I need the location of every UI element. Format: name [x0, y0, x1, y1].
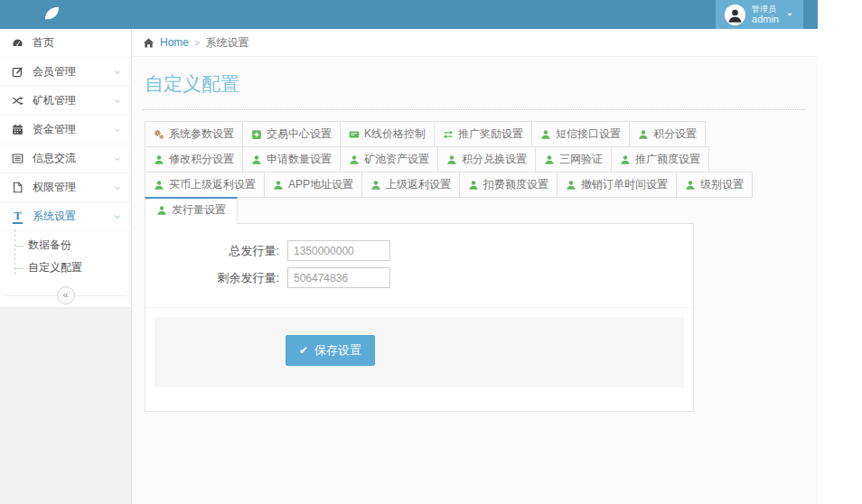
- tab[interactable]: 扣费额度设置: [459, 172, 557, 198]
- tab-label: 修改积分设置: [169, 152, 234, 167]
- sidebar-item[interactable]: 会员管理: [0, 58, 131, 87]
- sidebar-item[interactable]: 矿机管理: [0, 87, 131, 116]
- tab[interactable]: 买币上级返利设置: [145, 172, 265, 198]
- list-icon: [11, 153, 24, 164]
- form-row: 剩余发行量:: [145, 267, 693, 288]
- content: 自定义配置 系统参数设置交易中心设置K线价格控制推广奖励设置短信接口设置积分设置…: [132, 57, 818, 412]
- breadcrumb: Home > 系统设置: [132, 29, 818, 57]
- tab[interactable]: 上级返利设置: [361, 172, 460, 198]
- sidebar-item-label: 矿机管理: [33, 93, 76, 108]
- tab[interactable]: 级别设置: [676, 172, 753, 198]
- sidebar-item[interactable]: T系统设置: [0, 202, 131, 231]
- tab-label: 积分兑换设置: [462, 152, 527, 167]
- breadcrumb-current: 系统设置: [205, 35, 248, 51]
- avatar: [725, 5, 745, 25]
- tab-label: 短信接口设置: [556, 126, 621, 142]
- tab[interactable]: 三网验证: [535, 146, 612, 173]
- tab[interactable]: 积分兑换设置: [437, 146, 536, 173]
- sidebar-subitem[interactable]: 自定义配置: [0, 257, 131, 279]
- sidebar-item[interactable]: 权限管理: [0, 173, 131, 202]
- breadcrumb-separator: >: [194, 37, 200, 48]
- sidebar-item[interactable]: 资金管理: [0, 116, 131, 145]
- sidebar-item-label: 会员管理: [33, 64, 76, 79]
- tab[interactable]: 申请数量设置: [242, 146, 341, 173]
- tab[interactable]: K线价格控制: [340, 121, 435, 147]
- calendar-icon: [11, 124, 24, 135]
- tab-label: 扣费额度设置: [483, 177, 548, 192]
- layout: 首页会员管理矿机管理资金管理信息交流权限管理T系统设置 数据备份自定义配置 « …: [0, 29, 818, 504]
- sidebar-item[interactable]: 信息交流: [0, 145, 131, 173]
- field-label: 剩余发行量:: [145, 270, 287, 286]
- user-icon: [468, 180, 479, 191]
- tab-label: K线价格控制: [364, 126, 426, 142]
- chevron-down-icon: [113, 212, 122, 221]
- user-icon: [685, 180, 696, 191]
- tab[interactable]: 修改积分设置: [145, 146, 243, 173]
- pencil-icon: [11, 66, 24, 78]
- save-button[interactable]: ✔ 保存设置: [286, 335, 375, 366]
- tab[interactable]: 短信接口设置: [531, 121, 630, 147]
- sidebar: 首页会员管理矿机管理资金管理信息交流权限管理T系统设置 数据备份自定义配置 «: [0, 29, 132, 504]
- breadcrumb-home-link[interactable]: Home: [160, 36, 189, 49]
- leaf-icon: [42, 3, 61, 26]
- user-icon: [251, 154, 262, 165]
- user-icon: [638, 129, 649, 140]
- user-icon: [620, 154, 631, 165]
- text-icon: T: [11, 210, 24, 224]
- user-icon: [544, 154, 555, 165]
- tab[interactable]: 矿池资产设置: [340, 146, 438, 173]
- user-icon: [156, 205, 167, 216]
- form-row: 总发行量:: [145, 240, 693, 261]
- sidebar-item-label: 信息交流: [33, 151, 76, 166]
- topbar: 管理员 admin: [0, 0, 818, 29]
- tab-active[interactable]: 发行量设置: [145, 197, 238, 224]
- sidebar-menu: 首页会员管理矿机管理资金管理信息交流权限管理T系统设置: [0, 29, 131, 231]
- tab[interactable]: 系统参数设置: [145, 121, 243, 147]
- chevron-down-icon: [113, 97, 122, 106]
- tab-row: 修改积分设置申请数量设置矿池资产设置积分兑换设置三网验证推广额度设置: [145, 146, 807, 173]
- sidebar-fill: [0, 307, 131, 504]
- tab[interactable]: 撤销订单时间设置: [557, 172, 677, 198]
- file-icon: [11, 182, 24, 193]
- user-menu[interactable]: 管理员 admin: [716, 0, 803, 29]
- sidebar-subitem[interactable]: 数据备份: [0, 234, 131, 257]
- sidebar-collapse-row: «: [0, 284, 131, 307]
- tab-label: 推广奖励设置: [458, 126, 523, 142]
- panel-footer: ✔ 保存设置: [155, 317, 684, 387]
- admin-app: 管理员 admin 首页会员管理矿机管理资金管理信息交流权限管理T系统设置 数据…: [0, 0, 818, 504]
- user-icon: [540, 129, 551, 140]
- chevron-down-icon: [113, 126, 122, 135]
- sidebar-item-label: 首页: [33, 35, 54, 51]
- tab[interactable]: 交易中心设置: [242, 121, 341, 147]
- main-area: Home > 系统设置 自定义配置 系统参数设置交易中心设置K线价格控制推广奖励…: [132, 29, 818, 504]
- field-label: 总发行量:: [145, 243, 287, 259]
- active-tab-row: 发行量设置: [145, 197, 807, 223]
- sidebar-item-label: 系统设置: [33, 209, 76, 224]
- tab-label: APP地址设置: [288, 177, 353, 192]
- user-icon: [446, 154, 457, 165]
- dashboard-icon: [11, 37, 24, 49]
- issuance-form: 总发行量:剩余发行量:: [145, 224, 693, 296]
- user-icon: [370, 180, 381, 191]
- tab-label: 三网验证: [559, 152, 603, 167]
- cogs-icon: [154, 129, 164, 140]
- tab[interactable]: 积分设置: [629, 121, 706, 147]
- tab-label: 积分设置: [653, 126, 697, 142]
- sidebar-collapse-button[interactable]: «: [57, 286, 75, 304]
- tab-row: 买币上级返利设置APP地址设置上级返利设置扣费额度设置撤销订单时间设置级别设置: [145, 172, 807, 198]
- user-icon: [273, 180, 284, 191]
- save-button-label: 保存设置: [314, 342, 361, 359]
- field-input[interactable]: [287, 240, 390, 261]
- tab-label: 发行量设置: [172, 202, 226, 218]
- title-divider: [143, 109, 805, 110]
- tab-label: 买币上级返利设置: [169, 177, 256, 192]
- tab[interactable]: 推广奖励设置: [434, 121, 532, 147]
- user-icon: [349, 154, 360, 165]
- tab-row: 系统参数设置交易中心设置K线价格控制推广奖励设置短信接口设置积分设置: [145, 121, 807, 147]
- field-input[interactable]: [287, 267, 390, 288]
- tab[interactable]: 推广额度设置: [611, 146, 709, 173]
- tab[interactable]: APP地址设置: [264, 172, 362, 198]
- brand-logo[interactable]: [0, 0, 132, 29]
- sidebar-item[interactable]: 首页: [0, 29, 131, 58]
- user-icon: [154, 180, 164, 191]
